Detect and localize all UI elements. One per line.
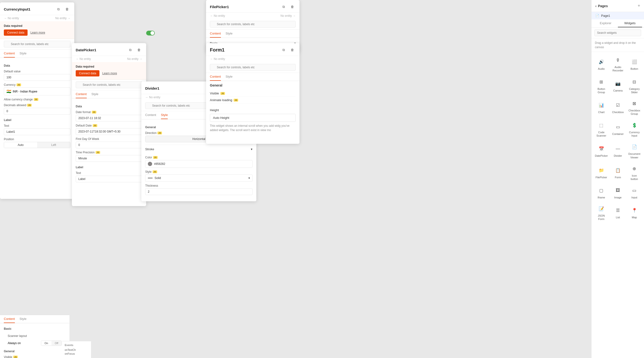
widget-item-datepicker[interactable]: 📅 DatePicker xyxy=(594,141,609,162)
widget-item-category-slider[interactable]: ⊟ Category Slider xyxy=(626,76,642,96)
form1-auto-height-input[interactable] xyxy=(210,114,296,122)
widget-item-map[interactable]: 📍 Map xyxy=(626,202,642,223)
filepicker-delete-button[interactable]: 🗑 xyxy=(289,3,296,10)
event-onFocus[interactable]: onFocus xyxy=(65,352,89,356)
currency-tabs: Content Style xyxy=(0,50,74,58)
datepicker-copy-button[interactable]: ⧉ xyxy=(127,46,134,53)
currency-data-required: Data required Connect data Learn more xyxy=(0,21,74,39)
widget-item-input[interactable]: ▭ Input xyxy=(626,184,642,202)
bottom-tab-style[interactable]: Style xyxy=(20,315,26,323)
pages-title-text: Pages xyxy=(598,4,608,8)
time-precision-input[interactable] xyxy=(76,155,142,162)
date-format-input[interactable] xyxy=(76,115,142,122)
always-on-on-button[interactable]: On xyxy=(41,341,52,346)
widget-item-iframe[interactable]: ▢ Iframe xyxy=(594,184,609,202)
datepicker-search-input[interactable] xyxy=(76,82,142,88)
divider-tab-style[interactable]: Style xyxy=(161,111,168,119)
filepicker-copy-button[interactable]: ⧉ xyxy=(280,3,287,10)
currency-js-badge: JS xyxy=(16,84,21,86)
widget-icon-json-form: 📝 xyxy=(598,205,605,212)
decimals-input[interactable] xyxy=(4,108,70,114)
explorer-tab[interactable]: Explorer xyxy=(594,20,618,27)
currency-text-input[interactable] xyxy=(4,128,70,135)
currency-copy-button[interactable]: ⧉ xyxy=(55,6,62,12)
widget-item-list[interactable]: ☰ List xyxy=(610,202,626,223)
currency-tab-content[interactable]: Content xyxy=(4,50,15,58)
filepicker-search-box: 🔍 xyxy=(206,19,300,30)
widget-item-divider[interactable]: — Divider xyxy=(610,141,626,162)
thickness-input[interactable] xyxy=(145,188,252,195)
widget-item-filepicker[interactable]: 📁 FilePicker xyxy=(594,162,609,183)
currency-default-value-input[interactable] xyxy=(4,74,70,81)
currency-learn-more-button[interactable]: Learn more xyxy=(30,31,45,34)
filepicker-tab-content[interactable]: Content xyxy=(210,30,221,38)
widget-item-checkbox-group[interactable]: ⊠ Checkbox Group xyxy=(626,97,642,118)
currency-pos-auto[interactable]: Auto xyxy=(4,142,37,148)
form1-delete-button[interactable]: 🗑 xyxy=(289,46,296,53)
form1-tab-style[interactable]: Style xyxy=(226,73,233,81)
stroke-header[interactable]: Stroke ▾ xyxy=(145,145,252,153)
datepicker-entity-right: No entity → xyxy=(127,57,142,61)
filepicker-entity-right: No entity → xyxy=(280,14,296,18)
widget-item-button[interactable]: ⬜ Button xyxy=(626,54,642,75)
event-onTextChange[interactable]: onTextCh xyxy=(65,348,89,352)
filepicker-tab-style[interactable]: Style xyxy=(226,30,233,38)
widget-item-currency-input[interactable]: 💲 Currency Input xyxy=(626,119,642,140)
filepicker-title: FilePicker1 xyxy=(210,5,229,9)
filepicker-search-input[interactable] xyxy=(210,21,296,28)
form1-copy-button[interactable]: ⧉ xyxy=(280,46,287,53)
widget-item-form[interactable]: 📋 Form xyxy=(610,162,626,183)
widget-item-code-scanner[interactable]: ⬚ Code Scanner xyxy=(594,119,609,140)
toggle-switch[interactable] xyxy=(146,31,155,36)
widget-item-container[interactable]: ▭ Container xyxy=(610,119,626,140)
currency-panel-icons: ⧉ 🗑 xyxy=(55,6,70,12)
widget-icon-checkbox: ☑ xyxy=(614,101,622,109)
currency-pos-left[interactable]: Left xyxy=(37,142,70,148)
always-on-off-button[interactable]: Off xyxy=(52,341,62,346)
datepicker-text-input[interactable] xyxy=(76,176,142,182)
datepicker-delete-button[interactable]: 🗑 xyxy=(136,46,142,53)
currency-delete-button[interactable]: 🗑 xyxy=(64,6,70,12)
widget-name-camera: Camera xyxy=(613,89,623,92)
widget-item-icon-button[interactable]: ⊕ Icon button xyxy=(626,162,642,183)
widget-item-camera[interactable]: 📷 Camera xyxy=(610,76,626,96)
widget-name-chart: Chart xyxy=(598,110,604,114)
page1-item[interactable]: 📄 Page1 xyxy=(592,12,644,20)
bottom-tabs: Content Style xyxy=(0,315,70,323)
pages-title: ‹ Pages xyxy=(595,4,608,8)
currency-tab-style[interactable]: Style xyxy=(20,50,26,58)
currency-connect-data-button[interactable]: Connect data xyxy=(4,30,28,36)
widgets-tab[interactable]: Widgets xyxy=(618,20,642,27)
allow-currency-js-badge: JS xyxy=(34,98,38,101)
form1-tab-content[interactable]: Content xyxy=(210,73,221,81)
widget-item-checkbox[interactable]: ☑ Checkbox xyxy=(610,97,626,118)
widgets-search-input[interactable] xyxy=(594,30,641,36)
add-page-button[interactable]: + xyxy=(638,3,640,8)
widget-item-json-form[interactable]: 📝 JSON Form xyxy=(594,202,609,223)
widget-item-audio-recorder[interactable]: 🎙 Audio Recorder xyxy=(610,54,626,75)
divider-style-select[interactable]: Solid ▾ xyxy=(145,174,252,182)
datepicker-learn-more-button[interactable]: Learn more xyxy=(102,72,117,75)
widget-item-audio[interactable]: 🔊 Audio xyxy=(594,54,609,75)
default-date-input[interactable] xyxy=(76,128,142,135)
widget-item-button-group[interactable]: ⊞ Button Group xyxy=(594,76,609,96)
datepicker-tab-style[interactable]: Style xyxy=(92,90,98,98)
bottom-tab-content[interactable]: Content xyxy=(4,315,15,323)
currency-search-input[interactable] xyxy=(4,41,70,48)
date-format-js: JS xyxy=(92,111,96,114)
color-input-row[interactable]: #858282 xyxy=(145,160,252,168)
form1-visible-label: Visible JS xyxy=(210,92,225,95)
currency-select-field[interactable]: 🇮🇳 INR - Indian Rupee xyxy=(4,88,70,95)
form1-search-input[interactable] xyxy=(210,64,296,71)
datepicker-connect-button[interactable]: Connect data xyxy=(76,70,100,76)
bottom-basic-header[interactable]: Basic xyxy=(4,325,66,332)
divider-tab-content[interactable]: Content xyxy=(145,111,156,119)
widget-icon-currency-input: 💲 xyxy=(630,122,638,129)
widget-name-datepicker: DatePicker xyxy=(595,154,608,158)
widget-item-document-viewer[interactable]: 📄 Document Viewer xyxy=(626,141,642,162)
widget-item-chart[interactable]: 📊 Chart xyxy=(594,97,609,118)
datepicker-tab-content[interactable]: Content xyxy=(76,90,87,98)
widget-name-container: Container xyxy=(612,132,624,136)
first-day-input[interactable] xyxy=(76,142,142,148)
widget-item-image[interactable]: 🖼 Image xyxy=(610,184,626,202)
